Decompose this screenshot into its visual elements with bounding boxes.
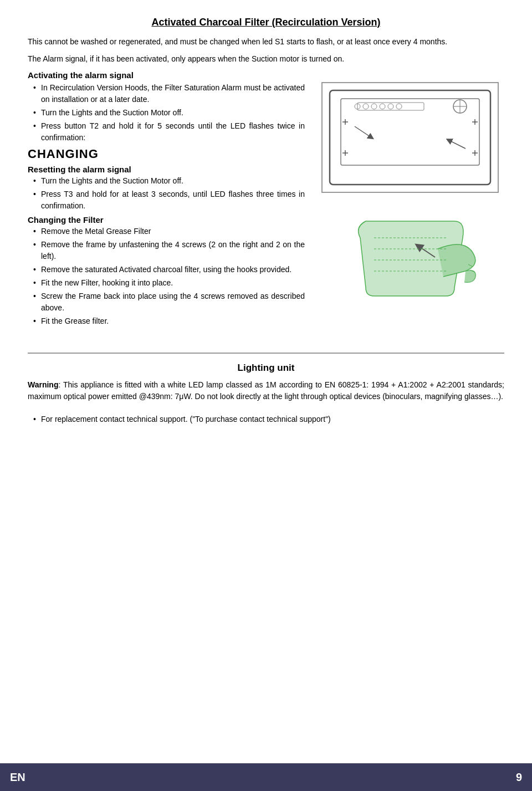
- footer-lang: EN: [10, 771, 25, 784]
- main-content: In Recirculation Version Hoods, the Filt…: [28, 82, 504, 330]
- resetting-heading: Resetting the alarm signal: [28, 165, 305, 174]
- svg-point-5: [371, 104, 377, 109]
- left-column: In Recirculation Version Hoods, the Filt…: [28, 82, 305, 330]
- resetting-bullet-2: Press T3 and hold for at least 3 seconds…: [33, 188, 305, 212]
- svg-line-21: [449, 140, 466, 149]
- changing-bullet-6: Fit the Grease filter.: [33, 315, 305, 327]
- changing-label: CHANGING: [28, 147, 305, 161]
- warning-bold: Warning: [28, 380, 58, 389]
- changing-bullet-1: Remove the Metal Grease Filter: [33, 226, 305, 237]
- svg-line-20: [355, 126, 371, 137]
- lighting-warning: Warning: This appliance is fitted with a…: [28, 379, 504, 402]
- resetting-bullets: Turn the Lights and the Suction Motor of…: [28, 175, 305, 212]
- changing-filter-heading: Changing the Filter: [28, 215, 305, 224]
- activating-bullet-2: Turn the Lights and the Suction Motor of…: [33, 107, 305, 119]
- changing-bullet-2: Remove the frame by unfastening the 4 sc…: [33, 239, 305, 262]
- svg-rect-1: [341, 99, 479, 165]
- activating-bullet-3: Press button T2 and hold it for 5 second…: [33, 120, 305, 144]
- changing-bullet-5: Screw the Frame back into place using th…: [33, 290, 305, 314]
- page: Activated Charcoal Filter (Recirculation…: [0, 0, 532, 791]
- replacement-section: For replacement contact technical suppor…: [28, 414, 504, 425]
- changing-bullet-4: Fit the new Filter, hooking it into plac…: [33, 277, 305, 289]
- svg-point-7: [388, 104, 393, 109]
- changing-bullets: Remove the Metal Grease Filter Remove th…: [28, 226, 305, 327]
- right-column: [316, 82, 504, 330]
- hood-svg: [324, 85, 496, 190]
- hand-svg: [344, 205, 477, 310]
- hood-diagram: [321, 82, 499, 193]
- replacement-list: For replacement contact technical suppor…: [28, 414, 504, 425]
- footer-page: 9: [516, 771, 522, 784]
- resetting-bullet-1: Turn the Lights and the Suction Motor of…: [33, 175, 305, 187]
- footer: EN 9: [0, 763, 532, 791]
- hand-diagram: [338, 202, 482, 313]
- lighting-section: Lighting unit Warning: This appliance is…: [28, 353, 504, 425]
- activating-heading: Activating the alarm signal: [28, 70, 504, 80]
- svg-point-6: [380, 104, 385, 109]
- page-title: Activated Charcoal Filter (Recirculation…: [28, 17, 504, 28]
- intro-line1: This cannot be washed or regenerated, an…: [28, 36, 504, 48]
- lighting-title: Lighting unit: [28, 363, 504, 374]
- svg-point-8: [396, 104, 402, 109]
- activating-bullets: In Recirculation Version Hoods, the Filt…: [28, 82, 305, 144]
- activating-bullet-1: In Recirculation Version Hoods, the Filt…: [33, 82, 305, 105]
- warning-text: : This appliance is fitted with a white …: [28, 380, 504, 401]
- svg-point-4: [363, 104, 369, 109]
- intro-line2: The Alarm signal, if it has been activat…: [28, 53, 504, 65]
- changing-bullet-3: Remove the saturated Activated charcoal …: [33, 264, 305, 275]
- replacement-item: For replacement contact technical suppor…: [33, 414, 504, 425]
